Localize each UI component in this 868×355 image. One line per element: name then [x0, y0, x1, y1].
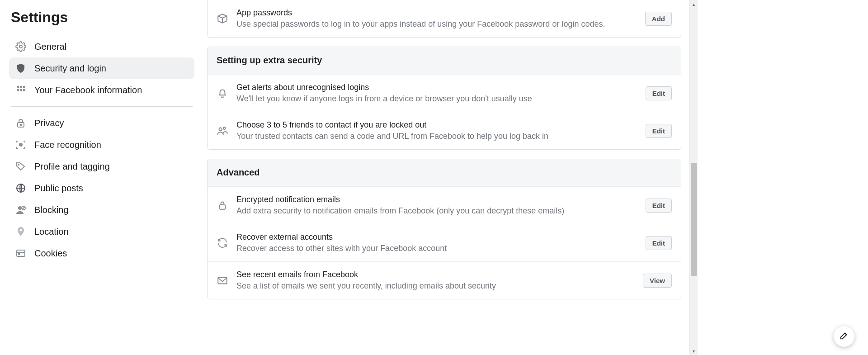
sidebar-item-public-posts[interactable]: Public posts — [9, 177, 194, 199]
box-icon — [217, 13, 228, 24]
svg-rect-22 — [218, 278, 227, 284]
sidebar-item-security-login[interactable]: Security and login — [9, 57, 194, 79]
main-scroll-area[interactable]: Settings General Security and login Your… — [0, 0, 689, 355]
row-desc: See a list of emails we sent you recentl… — [236, 281, 635, 291]
row-title: App passwords — [236, 8, 637, 18]
row-desc: Use special passwords to log in to your … — [236, 19, 637, 29]
sidebar-divider — [11, 106, 193, 107]
row-title: Choose 3 to 5 friends to contact if you … — [236, 120, 637, 130]
svg-point-18 — [19, 254, 20, 255]
card-icon — [15, 248, 26, 259]
svg-rect-6 — [23, 89, 25, 91]
row-title: See recent emails from Facebook — [236, 270, 635, 279]
svg-point-9 — [19, 143, 23, 147]
svg-rect-5 — [20, 89, 22, 91]
row-title: Get alerts about unrecognised logins — [236, 83, 637, 92]
grid-icon — [15, 85, 26, 95]
svg-point-12 — [18, 206, 22, 210]
sidebar-label: Your Facebook information — [34, 85, 142, 95]
row-title: Encrypted notification emails — [236, 195, 637, 204]
row-title: Recover external accounts — [236, 232, 637, 242]
panel-advanced: Advanced Encrypted notification emails A… — [207, 159, 681, 299]
svg-rect-1 — [17, 86, 19, 88]
panel-top-partial: App passwords Use special passwords to l… — [207, 0, 681, 38]
row-desc: Add extra security to notification email… — [236, 206, 637, 216]
svg-point-20 — [223, 127, 226, 129]
panel-header: Advanced — [208, 159, 681, 186]
location-pin-icon — [15, 226, 26, 237]
panel-extra-security: Setting up extra security Get alerts abo… — [207, 47, 681, 150]
svg-rect-4 — [17, 89, 19, 91]
row-app-passwords: App passwords Use special passwords to l… — [208, 0, 681, 37]
gear-icon — [15, 41, 26, 52]
row-desc: We'll let you know if anyone logs in fro… — [236, 94, 637, 104]
friends-icon — [217, 125, 228, 137]
svg-point-8 — [20, 124, 22, 126]
tag-icon — [15, 161, 26, 172]
compose-fab[interactable] — [834, 326, 854, 347]
svg-point-10 — [18, 164, 19, 165]
svg-rect-3 — [23, 86, 25, 88]
edit-button[interactable]: Edit — [646, 86, 672, 100]
lock-person-icon — [15, 118, 26, 128]
row-recover-external: Recover external accounts Recover access… — [208, 224, 681, 261]
row-login-alerts: Get alerts about unrecognised logins We'… — [208, 74, 681, 112]
sidebar-label: Profile and tagging — [34, 161, 110, 172]
settings-title: Settings — [9, 9, 194, 26]
settings-content: App passwords Use special passwords to l… — [199, 0, 689, 355]
compose-icon — [839, 331, 849, 342]
row-desc: Your trusted contacts can send a code an… — [236, 132, 637, 141]
sidebar-label: Public posts — [34, 183, 83, 194]
sidebar-item-cookies[interactable]: Cookies — [9, 242, 194, 264]
shield-icon — [15, 63, 26, 74]
row-trusted-friends: Choose 3 to 5 friends to contact if you … — [208, 112, 681, 149]
sidebar-item-general[interactable]: General — [9, 36, 194, 57]
sidebar-label: Privacy — [34, 118, 64, 128]
add-button[interactable]: Add — [645, 12, 672, 26]
panel-header: Setting up extra security — [208, 47, 681, 74]
svg-line-14 — [22, 207, 25, 209]
sidebar-item-profile-tagging[interactable]: Profile and tagging — [9, 156, 194, 177]
browser-scrollbar[interactable]: ▴ ▾ — [689, 0, 698, 355]
svg-rect-21 — [220, 205, 226, 209]
bell-icon — [217, 87, 228, 99]
svg-point-15 — [20, 229, 22, 232]
sidebar-label: General — [34, 42, 66, 52]
sidebar-label: Security and login — [34, 63, 106, 74]
edit-button[interactable]: Edit — [646, 236, 672, 250]
edit-button[interactable]: Edit — [646, 124, 672, 138]
sidebar-item-your-info[interactable]: Your Facebook information — [9, 79, 194, 101]
sidebar-item-blocking[interactable]: Blocking — [9, 199, 194, 221]
scroll-up-arrow[interactable]: ▴ — [690, 0, 698, 8]
block-user-icon — [15, 204, 26, 215]
sidebar-label: Blocking — [34, 205, 69, 215]
mail-icon — [217, 275, 228, 286]
scroll-down-arrow[interactable]: ▾ — [690, 347, 698, 355]
lock-icon — [217, 199, 228, 211]
row-desc: Recover access to other sites with your … — [236, 244, 637, 253]
svg-rect-16 — [17, 250, 25, 256]
sidebar-label: Location — [34, 227, 69, 237]
view-button[interactable]: View — [643, 274, 672, 288]
svg-point-0 — [19, 45, 22, 48]
sidebar-label: Face recognition — [34, 140, 101, 150]
refresh-icon — [217, 237, 228, 249]
sidebar-item-privacy[interactable]: Privacy — [9, 112, 194, 134]
face-scan-icon — [15, 139, 26, 150]
scroll-thumb[interactable] — [691, 163, 697, 276]
globe-icon — [15, 183, 26, 194]
row-recent-emails: See recent emails from Facebook See a li… — [208, 261, 681, 299]
sidebar-label: Cookies — [34, 248, 67, 259]
svg-point-19 — [219, 128, 222, 131]
sidebar-item-face-recognition[interactable]: Face recognition — [9, 134, 194, 156]
row-encrypted-emails: Encrypted notification emails Add extra … — [208, 186, 681, 224]
settings-sidebar: Settings General Security and login Your… — [0, 0, 199, 355]
svg-rect-2 — [20, 86, 22, 88]
edit-button[interactable]: Edit — [646, 199, 672, 213]
sidebar-item-location[interactable]: Location — [9, 221, 194, 242]
